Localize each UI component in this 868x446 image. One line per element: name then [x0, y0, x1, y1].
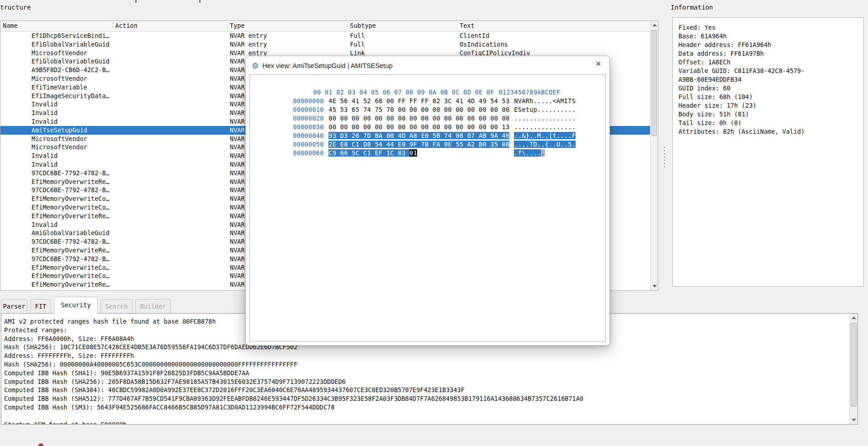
tab[interactable]: Builder	[135, 299, 171, 314]
hex-bytes: C9 66 5C C1 EF 1C 83 01	[328, 149, 514, 157]
hex-bytes: 2E E8 C1 D8 54 44 E8 9F 7B FA 0E 55 A2 B…	[328, 140, 514, 149]
tree-row-name: 97CDC6BE-7792-4782-B…	[32, 186, 110, 194]
hex-offset: 00000050	[293, 140, 328, 149]
tree-row-subtype: Full	[350, 40, 365, 49]
tree-row-name: EfiMemoryOverwriteRe…	[32, 212, 110, 220]
tree-row-name: A9B5F8D2-CB6D-42C2-B…	[32, 66, 110, 74]
hex-offset: 00000010	[293, 105, 328, 114]
security-log-line: Computed IBB Hash (SM3): 5643F94E525686F…	[4, 403, 857, 412]
tree-row-text: OsIndications	[460, 40, 508, 49]
scroll-down-icon[interactable]	[652, 285, 657, 288]
hex-bytes: 4E 56 41 52 68 00 FF FF FF 82 3C 41 4D 4…	[328, 97, 514, 105]
info-line: Offset: 1A8ECh	[678, 58, 863, 67]
tab-label: Parser	[3, 303, 26, 310]
ascii-cursor: .	[541, 149, 545, 157]
info-line: GUID index: 60	[678, 84, 863, 93]
ascii-text: ..&}..M..[t....F	[514, 132, 576, 139]
ascii-selected: ..&}..M..[t....F	[514, 132, 576, 139]
tree-row-name: EfiTimeVariable	[32, 83, 87, 92]
hex-offset: 00000020	[293, 114, 328, 123]
tree-row-name: EfiMemoryOverwriteCo…	[32, 263, 110, 272]
tree-row-name: EfiMemoryOverwriteRe…	[32, 246, 110, 255]
column-header-text[interactable]: Text	[460, 21, 475, 31]
info-line: Body size: 51h (81)	[678, 110, 863, 119]
hex-bytes-plain: 45 53 65 74 75 70 00 00 00 00 00 00 00 0…	[328, 106, 509, 113]
hex-bytes-selected: 2E E8 C1 D8 54 44 E8 9F 7B FA 0E 55 A2 B…	[328, 141, 509, 148]
dialog-titlebar[interactable]: ⚙ Hex view: AmiTseSetupGuid | AMITSESetu…	[252, 60, 392, 71]
tree-row[interactable]: EfiGlobalVariableGuid NVAR entry Full Os…	[0, 40, 650, 49]
tree-scrollbar[interactable]	[650, 21, 658, 290]
security-log-line: Computed IBB Hash (SHA256): 205F8DA58B15…	[4, 378, 857, 386]
tree-row-name: EfiMemoryOverwriteCo…	[32, 203, 110, 212]
ascii-plain: NVARh.....<AMITS	[514, 97, 576, 105]
tab[interactable]: Security	[54, 297, 98, 314]
info-line: Tail size: 0h (0)	[678, 119, 863, 127]
scrollbar-thumb[interactable]	[851, 323, 857, 407]
column-header-action[interactable]: Action	[115, 21, 138, 31]
column-header-type[interactable]: Type	[230, 21, 245, 31]
hex-view-dialog[interactable]: ⚙ Hex view: AmiTseSetupGuid | AMITSESetu…	[245, 56, 610, 346]
column-header-subtype[interactable]: Subtype	[350, 21, 376, 31]
scrollbar-thumb[interactable]	[651, 30, 657, 136]
scroll-up-icon[interactable]	[852, 316, 856, 319]
window-chrome-remnant	[135, 0, 137, 3]
hex-bytes-plain: 4E 56 41 52 68 00 FF FF FF 82 3C 41 4D 4…	[328, 97, 509, 105]
tab-label: FIT	[35, 303, 46, 310]
tab[interactable]: FIT	[30, 299, 51, 314]
hex-bytes: 00 00 00 00 00 00 00 00 00 00 00 00 00 0…	[328, 114, 514, 123]
hex-byte-cursor: 01	[409, 149, 417, 157]
hex-bytes-selected: C9 66 5C C1 EF 1C 83	[328, 149, 409, 157]
ascii-selected: .f\....	[514, 149, 541, 157]
hex-offset: 00000060	[293, 149, 328, 157]
security-log-line: Address: FFFFFFFFh, Size: FFFFFFFFh	[4, 352, 857, 360]
info-line: Full size: 68h (104)	[678, 93, 863, 101]
tree-row-name: 97CDC6BE-7792-4782-B…	[32, 255, 110, 263]
security-log-line: Hash (SHA256): 00000000A40000005C653C000…	[4, 360, 857, 369]
log-scrollbar[interactable]	[849, 314, 857, 424]
column-header-name[interactable]: Name	[3, 21, 18, 31]
tree-row-text: ClientId	[460, 31, 489, 40]
tree-row-type: NVAR entry	[230, 40, 267, 49]
tree-row-name: EfiGlobalVariableGuid	[32, 40, 110, 49]
hex-offset: 00000040	[293, 131, 328, 140]
hex-editor-area[interactable]: 00 01 02 03 04 05 06 07 08 09 0A 0B 0C 0…	[249, 74, 606, 341]
tree-row-name: EfiDhcp6ServiceBindi…	[32, 31, 110, 40]
scroll-down-icon[interactable]	[852, 419, 856, 421]
security-log-line: Computed IBB Hash (SHA384): 46CBDC59982A…	[4, 386, 857, 394]
column-separator[interactable]	[348, 21, 348, 30]
tree-row-name: AmiGlobalVariableGuid	[32, 229, 110, 237]
ascii-plain: ................	[514, 123, 576, 131]
tab[interactable]: Parser	[1, 299, 27, 314]
scroll-up-icon[interactable]	[652, 24, 657, 26]
hex-bytes: 93 D3 26 7D BA 00 4D A8 E0 5B 74 08 07 A…	[328, 131, 514, 140]
hex-offset: 00000030	[293, 123, 328, 131]
column-separator[interactable]	[228, 21, 228, 30]
tree-row-name: Invalid	[32, 117, 58, 126]
statusbar-divider	[0, 441, 868, 441]
info-line: Base: 61A964h	[678, 32, 863, 41]
security-log-line: Computed IBB Hash (SHA1): 90E5B6937A1591…	[4, 369, 857, 378]
tab-label: Builder	[140, 303, 166, 310]
tab[interactable]: Search	[101, 299, 132, 314]
tab-label: Search	[106, 303, 128, 310]
hex-bytes: 45 53 65 74 75 70 00 00 00 00 00 00 00 0…	[328, 105, 514, 114]
tree-row-name: Invalid	[32, 152, 58, 160]
ascii-text: ESetup..........	[514, 106, 576, 113]
security-log-line: Startup ACM found at base F00000h	[4, 420, 857, 425]
ascii-text: ....TD..{..U..5.	[514, 141, 576, 148]
window-chrome-remnant	[199, 0, 201, 3]
panel-splitter-handle[interactable]	[664, 147, 665, 167]
tree-row-name: EfiMemoryOverwriteCo…	[32, 272, 110, 280]
gear-icon: ⚙	[252, 61, 259, 70]
tree-row-name: Invalid	[32, 100, 58, 109]
column-separator[interactable]	[112, 21, 113, 30]
security-log-line: Computed IBB Hash (SHA512): 777D467AF7B5…	[4, 394, 857, 403]
tab-label: Security	[61, 301, 90, 309]
info-line: Header size: 17h (23)	[678, 101, 863, 110]
tree-row[interactable]: EfiDhcp6ServiceBindi… NVAR entry Full Cl…	[0, 31, 650, 40]
info-line: A9BB-60E94EDDFB34	[678, 75, 863, 84]
close-icon[interactable]: ✕	[595, 60, 601, 68]
column-separator[interactable]	[457, 21, 458, 30]
tree-row-name: AmiTseSetupGuid	[32, 126, 87, 135]
hex-header-row: 00 01 02 03 04 05 06 07 08 09 0A 0B 0C 0…	[254, 79, 605, 88]
